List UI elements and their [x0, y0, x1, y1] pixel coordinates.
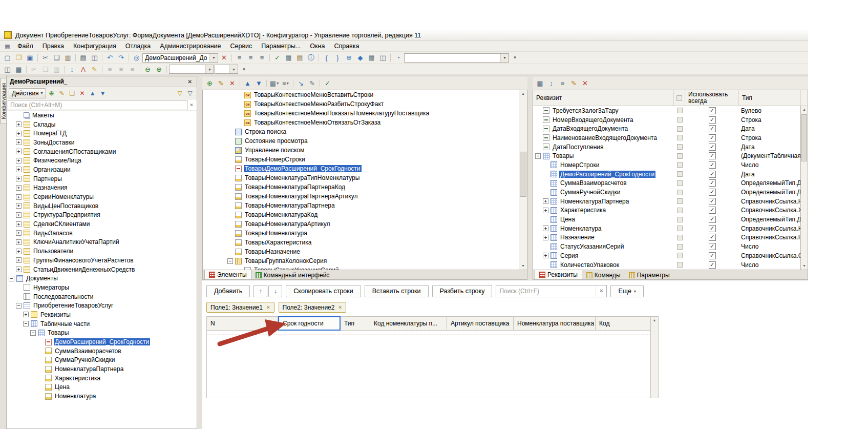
expand-icon[interactable]: + [23, 312, 29, 317]
expand-icon[interactable]: + [16, 257, 22, 263]
row-flag-checkbox[interactable] [677, 162, 683, 168]
tree-item[interactable]: СуммаВзаиморасчетов [7, 346, 197, 356]
tree-item[interactable]: +ВидыЦенПоставщиков [7, 201, 197, 211]
font-combo-dropdown-icon[interactable]: ▾ [205, 65, 214, 73]
scroll-thumb[interactable] [801, 114, 807, 161]
use-always-checkbox[interactable]: ✓ [709, 152, 716, 159]
standard-attributes-icon[interactable]: ▦ [535, 78, 545, 88]
menu-item-5[interactable]: Администрирование [155, 42, 225, 51]
use-always-checkbox[interactable]: ✓ [709, 216, 716, 223]
move-down-icon[interactable]: ▼ [253, 78, 264, 88]
column-header-attribute[interactable]: Реквизит [533, 90, 674, 106]
actions-button[interactable]: Действия▾ [9, 88, 46, 98]
tree-item[interactable]: Номенклатура [7, 392, 197, 401]
table-column-header[interactable]: Артикул поставщика [447, 316, 514, 331]
align-left-2-icon[interactable]: ≡ [104, 65, 115, 74]
use-always-checkbox[interactable]: ✓ [709, 261, 716, 269]
menu-item-1[interactable]: Файл [13, 42, 38, 51]
form-element-item[interactable]: ТоварыНоменклатура [203, 229, 527, 238]
collapse-icon[interactable]: − [16, 303, 22, 309]
form-element-item[interactable]: ТоварыДемоРасширений_СрокГодности [203, 164, 527, 173]
font-size-combo[interactable]: ▾ [215, 65, 238, 74]
form-element-item[interactable]: ТоварыНоменклатураТипНоменклатуры [203, 173, 527, 182]
copy-rows-button[interactable]: Скопировать строки [286, 285, 361, 297]
move-into-group-icon[interactable]: ↘ [295, 78, 306, 88]
row-flag-checkbox[interactable] [677, 126, 683, 132]
filter-chip[interactable]: Поле1: Значение1✕ [206, 302, 274, 313]
tree-item[interactable]: −ПриобретениеТоваровУслуг [7, 301, 197, 310]
tree-item[interactable]: +КлючиАналитикиУчетаПартий [7, 238, 197, 247]
tree-item[interactable]: −Товары [7, 329, 197, 338]
row-flag-checkbox[interactable] [677, 235, 683, 240]
form-element-item[interactable]: ТоварыНоменклатураАртикул [203, 219, 527, 229]
attribute-row[interactable]: +Назначение✓СправочникСсылка.На [533, 233, 808, 242]
syntax-check-icon[interactable]: ✓ [272, 53, 283, 63]
print-icon[interactable]: ▤ [78, 53, 89, 63]
tree-item[interactable]: +Реквизиты [7, 310, 197, 319]
copy-disabled-icon[interactable]: ❏ [40, 65, 51, 74]
row-flag-checkbox[interactable] [677, 208, 683, 213]
expand-icon[interactable]: + [16, 121, 22, 127]
form-element-item[interactable]: ТоварыКонтекстноеМенюОтвязатьОтЗаказа [203, 118, 527, 127]
attribute-row[interactable]: +Характеристика✓СправочникСсылка.Ха [533, 206, 808, 215]
form-element-item[interactable]: ТоварыНоменклатураПартнера [203, 201, 527, 210]
print-preview-icon[interactable]: ◫ [89, 53, 100, 63]
table-settings-icon[interactable]: ▦▾ [269, 78, 280, 88]
clear-tree-search-icon[interactable]: ✕ [187, 103, 196, 108]
vertical-scrollbar[interactable]: ▲ ▼ [519, 90, 527, 270]
tree-item[interactable]: +НомераГТД [7, 129, 197, 138]
tree-item[interactable]: +ГруппыФинансовогоУчетаРасчетов [7, 256, 197, 265]
menu-item-7[interactable]: Параметры... [257, 42, 305, 51]
form-element-item[interactable]: Состояние просмотра [203, 136, 527, 146]
row-flag-checkbox[interactable] [677, 108, 683, 113]
attribute-row[interactable]: +НоменклатураПартнера✓СправочникСсылка.Н… [533, 197, 808, 206]
tree-item[interactable]: +ВидыЗапасов [7, 229, 197, 238]
window-combo[interactable]: ▾ [404, 53, 509, 63]
table-column-header[interactable]: Код [596, 316, 651, 331]
collapse-icon[interactable]: − [227, 258, 233, 264]
use-always-checkbox[interactable]: ✓ [709, 144, 716, 151]
attribute-row[interactable]: НаименованиеВходящегоДокумента✓Строка [533, 133, 808, 142]
tree-item[interactable]: Нумераторы [7, 283, 197, 292]
scroll-down-icon[interactable]: ▼ [801, 262, 808, 270]
use-always-checkbox[interactable]: ✓ [709, 179, 716, 187]
close-panel-icon[interactable]: ✕ [186, 79, 194, 85]
form-element-item[interactable]: ТоварыНоменклатураПартнераАртикул [203, 192, 527, 201]
use-always-checkbox[interactable]: ✓ [709, 252, 716, 259]
cut-icon[interactable]: ✂ [40, 53, 51, 63]
sort-attributes-icon[interactable]: ≡ [557, 78, 568, 88]
add-procedure-icon[interactable]: ⊕ [344, 53, 354, 63]
attribute-row[interactable]: ДемоРасширений_СрокГодности✓Дата [533, 170, 808, 179]
row-flag-checkbox[interactable] [677, 262, 683, 268]
expand-icon[interactable]: + [16, 158, 22, 164]
procedures-list-icon[interactable]: ◆ [355, 53, 366, 63]
form-element-item[interactable]: Строка поиска [203, 127, 527, 136]
open-module-icon[interactable]: ▦ [366, 53, 377, 63]
column-header-use-always[interactable]: Использовать всегда [685, 90, 739, 106]
mdi-system-menu-icon[interactable]: ▦ [4, 43, 11, 50]
edit-icon[interactable]: ✎ [57, 89, 67, 98]
row-flag-checkbox[interactable] [677, 217, 683, 222]
column-header-flag[interactable] [674, 90, 685, 106]
column-header-type[interactable]: Тип [739, 90, 801, 106]
use-always-checkbox[interactable]: ✓ [709, 125, 716, 132]
background-color-icon[interactable]: ✎ [89, 65, 100, 74]
tree-item[interactable]: +Организации [7, 165, 197, 174]
use-always-checkbox[interactable]: ✓ [709, 198, 716, 205]
tree-item[interactable]: ДемоРасширений_СрокГодности [7, 337, 197, 346]
redo-icon[interactable]: ↷ [116, 53, 126, 63]
use-always-checkbox[interactable]: ✓ [709, 161, 716, 169]
move-up-icon[interactable]: ▲ [88, 89, 97, 98]
row-flag-checkbox[interactable] [677, 198, 683, 204]
open-icon[interactable]: ❐ [13, 53, 24, 63]
clear-search-icon[interactable]: ✕ [219, 53, 229, 63]
align-left-icon[interactable]: ≡ [234, 53, 245, 63]
table-search-input[interactable] [496, 288, 596, 295]
expand-icon[interactable]: + [543, 208, 548, 213]
row-flag-checkbox[interactable] [677, 153, 683, 159]
form-element-item[interactable]: ТоварыКонтекстноеМенюВставитьСтроки [203, 90, 527, 99]
attribute-row[interactable]: +Серия✓СправочникСсылка.Се [533, 251, 808, 260]
search-combo-dropdown-icon[interactable]: ▾ [209, 54, 218, 62]
font-size-combo-dropdown-icon[interactable]: ▾ [229, 65, 238, 73]
tree-item[interactable]: +ФизическиеЛица [7, 156, 197, 165]
